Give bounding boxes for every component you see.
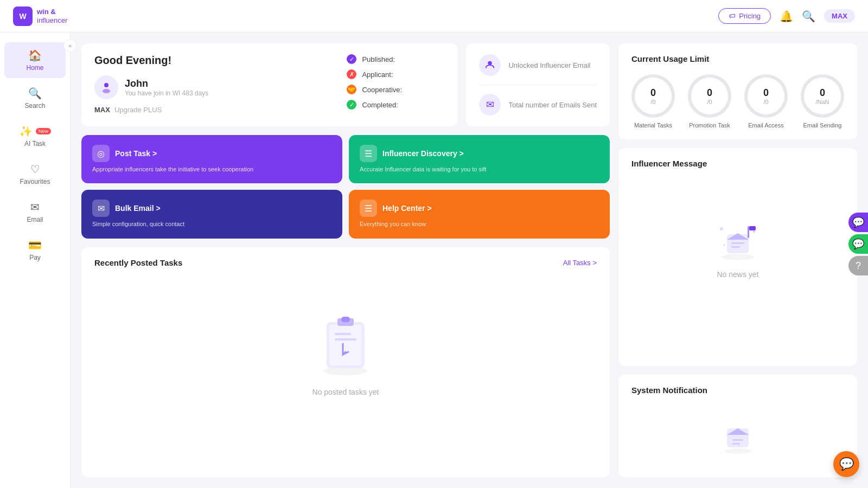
stat-cooperative-label: Cooperative:: [362, 86, 402, 94]
influencer-discovery-desc: Accurate Influencer data is waiting for …: [360, 165, 599, 174]
usage-promotion-task: 0 /0 Promotion Task: [688, 74, 731, 129]
upgrade-label: MAX: [94, 106, 110, 114]
topnav: W win & influencer 🏷 Pricing 🔔 🔍 MAX: [0, 0, 868, 33]
post-task-desc: Appropriate influencers take the initiat…: [92, 165, 331, 174]
sidebar-label-search: Search: [24, 102, 45, 110]
stat-applicant-label: Applicant:: [362, 70, 393, 79]
left-column: Good Evening! John You have join in WI: [81, 43, 610, 477]
svg-point-2: [488, 61, 492, 65]
svg-rect-7: [341, 317, 350, 322]
empty-message-state: No news yet: [631, 175, 844, 311]
post-task-icon: ◎: [92, 145, 110, 162]
cooperative-dot: 🤝: [347, 85, 356, 94]
svg-rect-15: [731, 246, 740, 248]
pricing-button[interactable]: 🏷 Pricing: [718, 8, 771, 24]
bulk-email-icon: ✉: [92, 200, 110, 217]
new-badge: New: [36, 128, 51, 134]
email-access-label: Email Access: [748, 122, 783, 129]
no-news-text: No news yet: [717, 270, 758, 279]
bulk-email-top: ✉ Bulk Email >: [92, 200, 331, 217]
stat-published: ✓ Published:: [347, 54, 444, 64]
recent-tasks-card: Recently Posted Tasks All Tasks >: [81, 247, 610, 477]
completed-dot: ✓: [347, 100, 356, 110]
topnav-right: 🏷 Pricing 🔔 🔍 MAX: [718, 8, 855, 24]
sidebar-collapse-button[interactable]: «: [63, 39, 76, 52]
sidebar-item-favourites[interactable]: ♡ Favourites: [4, 156, 66, 192]
svg-point-18: [723, 244, 725, 246]
unlocked-email-label: Unlocked Influencer Email: [508, 61, 590, 69]
upgrade-link[interactable]: Upgrade PLUS: [114, 106, 162, 114]
welcome-card: Good Evening! John You have join in WI: [81, 43, 457, 126]
user-badge[interactable]: MAX: [824, 9, 855, 23]
notification-content: [631, 401, 844, 466]
chat-button[interactable]: 💬: [833, 451, 859, 477]
influencer-message-card: Influencer Message: [618, 148, 857, 366]
user-row: John You have join in WI 483 days: [94, 75, 329, 99]
svg-point-19: [724, 448, 751, 454]
main-content: Good Evening! John You have join in WI: [71, 33, 868, 488]
sidebar-item-email[interactable]: ✉ Email: [4, 194, 66, 230]
sidebar: « 🏠 Home 🔍 Search ✨ New AI Task ♡ Favour…: [0, 33, 71, 488]
sidebar-label-ai-task: AI Task: [24, 140, 46, 147]
question-float-button[interactable]: ?: [848, 256, 868, 275]
system-notification-card: System Notification: [618, 375, 857, 477]
chat-float-button[interactable]: 💬: [848, 213, 868, 232]
usage-email-sending: 0 /NaN Email Sending: [801, 74, 844, 129]
influencer-discovery-card[interactable]: ☰ Influencer Discovery > Accurate Influe…: [349, 135, 610, 183]
logo-icon: W: [13, 7, 33, 26]
floating-buttons: 💬 💬 ?: [848, 213, 868, 275]
sidebar-item-pay[interactable]: 💳 Pay: [4, 232, 66, 268]
help-center-title: Help Center >: [382, 204, 432, 213]
user-info: John You have join in WI 483 days: [125, 78, 208, 97]
bulk-email-title: Bulk Email >: [115, 204, 161, 213]
influencer-discovery-icon: ☰: [360, 145, 377, 162]
email-access-denom: /0: [763, 99, 768, 105]
help-center-desc: Everything you can know: [360, 220, 599, 228]
svg-rect-21: [732, 439, 743, 441]
sidebar-label-favourites: Favourites: [20, 178, 50, 185]
bulk-email-card[interactable]: ✉ Bulk Email > Simple configuration, qui…: [81, 190, 342, 238]
sidebar-item-home[interactable]: 🏠 Home: [4, 42, 66, 78]
no-news-illustration: [711, 207, 765, 261]
svg-point-0: [104, 83, 108, 87]
user-days: You have join in WI 483 days: [125, 89, 208, 97]
influencer-discovery-title: Influencer Discovery >: [382, 149, 464, 158]
bell-icon[interactable]: 🔔: [780, 10, 793, 23]
pay-icon: 💳: [28, 239, 42, 252]
stat-cooperative: 🤝 Cooperative:: [347, 85, 444, 94]
empty-tasks-state: No posted tasks yet: [94, 276, 597, 429]
all-tasks-link[interactable]: All Tasks >: [563, 259, 597, 267]
promotion-task-value: 0: [707, 87, 712, 99]
sidebar-label-pay: Pay: [29, 254, 41, 261]
search-icon: 🔍: [28, 87, 42, 100]
sidebar-item-search[interactable]: 🔍 Search: [4, 80, 66, 116]
email-sending-ring: 0 /NaN: [801, 74, 844, 118]
svg-rect-5: [329, 325, 362, 365]
usage-title: Current Usage Limit: [631, 54, 844, 63]
help-center-card[interactable]: ☰ Help Center > Everything you can know: [349, 190, 610, 238]
home-icon: 🏠: [28, 49, 42, 62]
stat-applicant: ✗ Applicant:: [347, 69, 444, 79]
total-emails-row: ✉ Total number of Emails Sent: [479, 94, 597, 115]
stat-completed-label: Completed:: [362, 101, 398, 109]
svg-rect-22: [732, 443, 740, 445]
promotion-task-label: Promotion Task: [689, 122, 730, 129]
svg-point-10: [722, 254, 754, 260]
empty-tasks-text: No posted tasks yet: [312, 388, 379, 396]
email-sending-denom: /NaN: [815, 99, 829, 105]
unlocked-email-row: Unlocked Influencer Email: [479, 54, 597, 76]
system-notification-title: System Notification: [631, 386, 844, 395]
wechat-float-button[interactable]: 💬: [848, 234, 868, 254]
upgrade-row: MAX Upgrade PLUS: [94, 106, 329, 114]
search-icon-top[interactable]: 🔍: [802, 10, 815, 23]
tasks-header: Recently Posted Tasks All Tasks >: [94, 258, 597, 267]
welcome-left: Good Evening! John You have join in WI: [94, 54, 329, 114]
email-stats-card: Unlocked Influencer Email ✉ Total number…: [466, 43, 610, 126]
sidebar-item-ai-task[interactable]: ✨ New AI Task: [4, 118, 66, 154]
unlocked-email-icon: [479, 54, 501, 76]
total-emails-icon: ✉: [479, 94, 501, 115]
post-task-top: ◎ Post Task >: [92, 145, 331, 162]
email-sending-label: Email Sending: [803, 122, 842, 129]
published-dot: ✓: [347, 54, 356, 64]
post-task-card[interactable]: ◎ Post Task > Appropriate influencers ta…: [81, 135, 342, 183]
